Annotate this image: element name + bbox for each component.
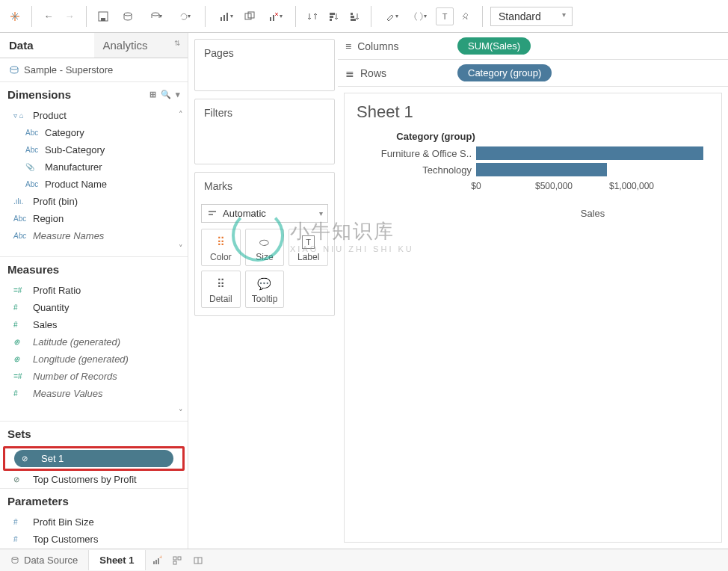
field-subcategory[interactable]: AbcSub-Category: [0, 141, 188, 158]
data-pane: Data Analytics Sample - Superstore Dimen…: [0, 33, 188, 549]
size-icon: ⬭: [259, 235, 269, 249]
field-region[interactable]: AbcRegion: [0, 210, 188, 227]
svg-rect-31: [173, 557, 176, 560]
tab-datasource[interactable]: Data Source: [0, 550, 89, 570]
chart-dimension-header: Category (group): [357, 131, 709, 142]
field-longitude[interactable]: ⊕Longitude (generated): [0, 351, 188, 368]
svg-rect-28: [155, 560, 157, 564]
tooltip-icon: 💬: [257, 277, 271, 291]
field-manufacturer[interactable]: 📎Manufacturer: [0, 158, 188, 176]
columns-pill-sales[interactable]: SUM(Sales): [457, 37, 531, 55]
chart-bar-row[interactable]: Technology: [357, 161, 709, 178]
tab-sheet1[interactable]: Sheet 1: [89, 550, 145, 570]
scroll-down-icon[interactable]: ˅: [179, 408, 183, 418]
field-profitratio[interactable]: =#Profit Ratio: [0, 282, 188, 299]
clear-sheet-icon[interactable]: ▾: [262, 7, 288, 25]
set1-highlight: ⊘Set 1: [3, 446, 185, 471]
new-dashboard-tab-icon[interactable]: [167, 555, 188, 566]
filters-card[interactable]: Filters: [194, 99, 335, 164]
new-datasource-icon[interactable]: [115, 7, 141, 25]
columns-shelf[interactable]: ≡Columns SUM(Sales): [338, 33, 728, 60]
autoupdate-icon[interactable]: ▾: [144, 7, 169, 25]
field-category[interactable]: AbcCategory: [0, 124, 188, 141]
group-icon[interactable]: ▾: [407, 7, 433, 25]
bar-icon: [208, 209, 218, 218]
fit-dropdown[interactable]: Standard: [490, 7, 573, 26]
mark-detail[interactable]: ⠿Detail: [201, 271, 241, 308]
datasource-icon: [9, 65, 19, 75]
menu-icon[interactable]: ▾: [176, 90, 180, 99]
tab-data[interactable]: Data: [0, 33, 94, 58]
new-worksheet-tab-icon[interactable]: +: [146, 555, 167, 566]
pin-icon[interactable]: [457, 7, 475, 25]
labels-icon[interactable]: T: [436, 7, 454, 25]
chart-axis: $0$500,000$1,000,000: [476, 178, 709, 191]
new-worksheet-icon[interactable]: ▾: [213, 7, 238, 25]
svg-rect-24: [209, 211, 216, 212]
mark-color[interactable]: ⠿Color: [201, 229, 241, 266]
field-set1[interactable]: ⊘Set 1: [14, 450, 173, 467]
mark-tooltip[interactable]: 💬Tooltip: [245, 271, 285, 308]
duplicate-sheet-icon[interactable]: [241, 7, 259, 25]
svg-rect-21: [351, 16, 354, 18]
pages-card[interactable]: Pages: [194, 39, 335, 91]
svg-rect-9: [223, 15, 225, 21]
svg-rect-13: [270, 17, 271, 21]
back-icon[interactable]: ←: [40, 7, 58, 25]
fit-dropdown-label: Standard: [499, 10, 541, 22]
field-measurenames[interactable]: AbcMeasure Names: [0, 227, 188, 244]
field-profitbinsize[interactable]: #Profit Bin Size: [0, 513, 188, 531]
scroll-up-icon[interactable]: ˄: [179, 110, 183, 120]
worksheet-area: ≡Columns SUM(Sales) ≣Rows Category (grou…: [338, 33, 728, 549]
sort-asc-icon[interactable]: [324, 7, 342, 25]
folder-product[interactable]: ▿ ⌂Product: [0, 107, 188, 124]
chart-bar-row[interactable]: Furniture & Office S..: [357, 145, 709, 161]
field-profitbin[interactable]: .ılı.Profit (bin): [0, 193, 188, 210]
view-as-icon[interactable]: ⊞: [149, 90, 156, 99]
sheet-tabs: Data Source Sheet 1 +: [0, 549, 728, 571]
mark-label[interactable]: TLabel: [289, 229, 328, 266]
tab-analytics[interactable]: Analytics: [94, 33, 188, 58]
sets-header: Sets: [0, 421, 188, 446]
field-latitude[interactable]: ⊕Latitude (generated): [0, 333, 188, 351]
save-icon[interactable]: [94, 7, 112, 25]
rows-pill-category[interactable]: Category (group): [457, 64, 552, 81]
svg-rect-18: [330, 16, 333, 18]
field-measurevalues[interactable]: #Measure Values: [0, 385, 188, 402]
svg-rect-33: [173, 561, 176, 564]
tableau-logo-icon[interactable]: [6, 7, 24, 25]
mark-size[interactable]: ⬭Size: [245, 229, 285, 266]
marks-type-dropdown[interactable]: Automatic: [201, 204, 328, 223]
refresh-icon[interactable]: ▾: [172, 7, 197, 25]
svg-rect-17: [330, 19, 332, 21]
forward-icon[interactable]: →: [61, 7, 78, 25]
datasource-icon: [10, 556, 19, 565]
columns-icon: ≡: [345, 40, 351, 52]
datasource-item[interactable]: Sample - Superstore: [0, 58, 188, 81]
field-sales[interactable]: #Sales: [0, 316, 188, 333]
rows-shelf[interactable]: ≣Rows Category (group): [338, 60, 728, 87]
field-topcustomers-param[interactable]: #Top Customers: [0, 531, 188, 548]
search-icon[interactable]: 🔍: [161, 90, 171, 99]
field-quantity[interactable]: #Quantity: [0, 299, 188, 316]
parameters-header: Parameters: [0, 488, 188, 513]
svg-text:+: +: [159, 555, 161, 561]
field-numberofrecords[interactable]: =#Number of Records: [0, 368, 188, 385]
svg-point-7: [152, 13, 159, 16]
dimensions-header: Dimensions ⊞ 🔍 ▾: [0, 81, 188, 107]
highlight-icon[interactable]: ▾: [379, 7, 404, 25]
color-icon: ⠿: [217, 235, 225, 249]
svg-rect-10: [226, 13, 228, 21]
detail-icon: ⠿: [217, 277, 225, 291]
svg-point-6: [124, 13, 132, 16]
top-toolbar: ← → ▾ ▾ ▾ ▾ ▾ ▾ T Standard: [0, 0, 728, 33]
swap-icon[interactable]: [303, 7, 321, 25]
field-productname[interactable]: AbcProduct Name: [0, 176, 188, 193]
chart-axis-title: Sales: [476, 208, 709, 219]
viz-canvas[interactable]: Sheet 1 Category (group) Furniture & Off…: [344, 93, 722, 543]
sheet-title[interactable]: Sheet 1: [357, 102, 709, 122]
scroll-down-icon[interactable]: ˅: [179, 244, 183, 253]
sort-desc-icon[interactable]: [345, 7, 363, 25]
new-story-tab-icon[interactable]: [188, 555, 209, 566]
field-topcustomers-set[interactable]: ⊘Top Customers by Profit: [0, 471, 188, 488]
